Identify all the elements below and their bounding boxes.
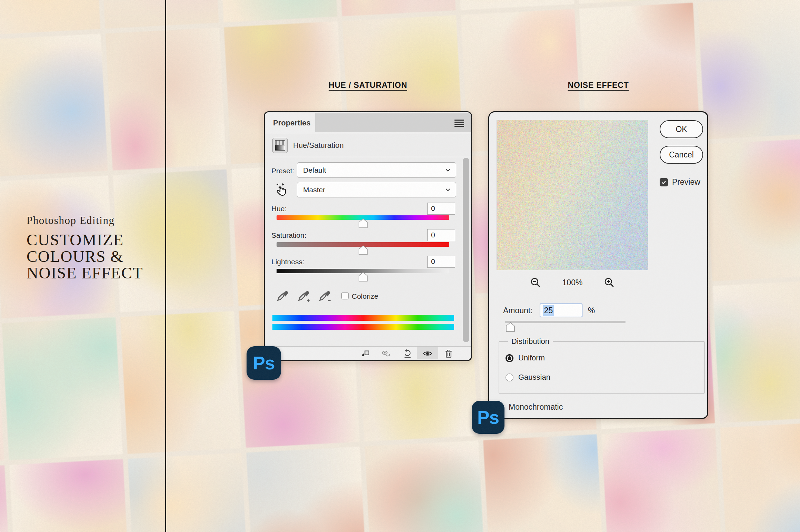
amount-row: Amount: 25 % [503, 304, 595, 317]
background-tile [483, 434, 604, 532]
adjustment-header-row: Hue/Saturation [265, 134, 471, 157]
background-tile [713, 280, 800, 423]
photoshop-logo: Ps [247, 346, 281, 380]
intro-title-line: NOISE EFFECT [27, 265, 143, 281]
background-tile [453, 0, 574, 10]
background-tile [128, 453, 249, 532]
intro-title-line: COLOURS & [27, 248, 143, 265]
background-tile [9, 459, 130, 532]
preview-checkbox[interactable] [660, 178, 668, 186]
eyedropper-minus-icon[interactable] [318, 290, 331, 303]
distribution-legend: Distribution [508, 337, 553, 346]
properties-panel: Properties Hue/Saturation Preset: Defaul… [264, 111, 472, 361]
background-tile [246, 447, 367, 532]
colorize-checkbox[interactable] [341, 292, 349, 299]
colorize-label: Colorize [352, 292, 378, 300]
hue-ramp-bottom [272, 324, 454, 330]
tab-properties[interactable]: Properties [273, 119, 311, 127]
hue-ramp-top [272, 315, 454, 321]
preset-label: Preset: [271, 167, 294, 175]
scrollbar-thumb[interactable] [463, 158, 469, 342]
panel-menu-icon[interactable] [454, 120, 464, 126]
background-tile [0, 0, 100, 35]
properties-footer [265, 346, 471, 360]
eyedropper-plus-icon[interactable] [297, 290, 310, 303]
clip-to-layer-icon[interactable] [360, 348, 370, 359]
background-tile [2, 317, 122, 460]
background-tile [0, 34, 108, 177]
targeted-adjustment-icon[interactable] [274, 181, 290, 199]
noise-preview-image [497, 120, 648, 270]
titlebar-strip [315, 113, 471, 132]
intro-text: Photoshop Editing CUSTOMIZE COLOURS & NO… [27, 214, 143, 281]
preset-value: Default [303, 166, 326, 174]
delete-icon[interactable] [443, 348, 454, 359]
cancel-button[interactable]: Cancel [660, 146, 703, 164]
intro-title-line: CUSTOMIZE [27, 232, 143, 248]
divider-line [165, 0, 166, 532]
noise-effect-header: NOISE EFFECT [568, 81, 629, 90]
background-tile [335, 0, 456, 16]
hue-saturation-adjustment-icon [272, 138, 288, 153]
toggle-previous-state-icon[interactable] [381, 348, 391, 359]
adjustment-title: Hue/Saturation [293, 141, 344, 150]
uniform-radio[interactable] [506, 354, 513, 362]
distribution-option-uniform: Uniform [506, 354, 704, 362]
saturation-slider-thumb[interactable] [359, 245, 368, 255]
channel-dropdown[interactable]: Master [297, 182, 456, 197]
ok-button[interactable]: OK [660, 120, 703, 138]
background-tile [720, 422, 800, 532]
amount-slider-track [505, 321, 626, 323]
zoom-in-icon[interactable] [604, 277, 615, 288]
uniform-label: Uniform [518, 354, 545, 362]
saturation-label: Saturation: [271, 231, 307, 239]
noise-dialog: OK Cancel Preview 100% Amount: 25 % Dist… [488, 111, 708, 419]
background-tile [602, 428, 722, 532]
distribution-option-gaussian: Gaussian [506, 373, 704, 382]
amount-unit: % [588, 306, 595, 315]
saturation-value-input[interactable]: 0 [427, 229, 455, 241]
background-tile [217, 0, 337, 22]
lightness-label: Lightness: [271, 258, 304, 266]
preview-row: Preview [660, 177, 700, 187]
channel-value: Master [303, 186, 325, 194]
amount-slider-thumb[interactable] [506, 322, 515, 332]
background-tile [572, 0, 692, 4]
intro-subtitle: Photoshop Editing [27, 214, 143, 227]
background-tile [698, 0, 800, 140]
zoom-out-icon[interactable] [530, 277, 541, 288]
background-tile [120, 311, 241, 454]
preview-label: Preview [672, 177, 700, 187]
hue-value-input[interactable]: 0 [427, 203, 455, 215]
zoom-level: 100% [562, 278, 583, 287]
gaussian-radio[interactable] [506, 374, 513, 381]
eyedropper-icon[interactable] [276, 290, 289, 303]
chevron-down-icon [445, 167, 451, 173]
preset-dropdown[interactable]: Default [297, 162, 456, 178]
amount-value: 25 [543, 305, 554, 316]
visibility-icon[interactable] [422, 348, 433, 359]
background-tile [365, 440, 486, 532]
properties-titlebar: Properties [265, 112, 471, 134]
lightness-slider-thumb[interactable] [359, 272, 368, 282]
intro-title: CUSTOMIZE COLOURS & NOISE EFFECT [27, 232, 143, 281]
monochromatic-label: Monochromatic [509, 402, 563, 412]
lightness-value-input[interactable]: 0 [427, 256, 455, 268]
amount-input[interactable]: 25 [540, 304, 582, 317]
zoom-controls: 100% [497, 277, 648, 288]
background-tile [705, 138, 800, 281]
reset-icon[interactable] [402, 348, 413, 359]
hue-label: Hue: [271, 205, 287, 213]
background-tile [98, 0, 219, 29]
hue-saturation-header: HUE / SATURATION [329, 81, 407, 90]
amount-label: Amount: [503, 306, 533, 315]
gaussian-label: Gaussian [518, 373, 550, 382]
check-icon [661, 180, 667, 185]
hue-slider-thumb[interactable] [359, 218, 368, 228]
chevron-down-icon [445, 187, 451, 193]
photoshop-logo: Ps [472, 401, 504, 434]
distribution-fieldset: Distribution Uniform Gaussian [499, 337, 705, 393]
